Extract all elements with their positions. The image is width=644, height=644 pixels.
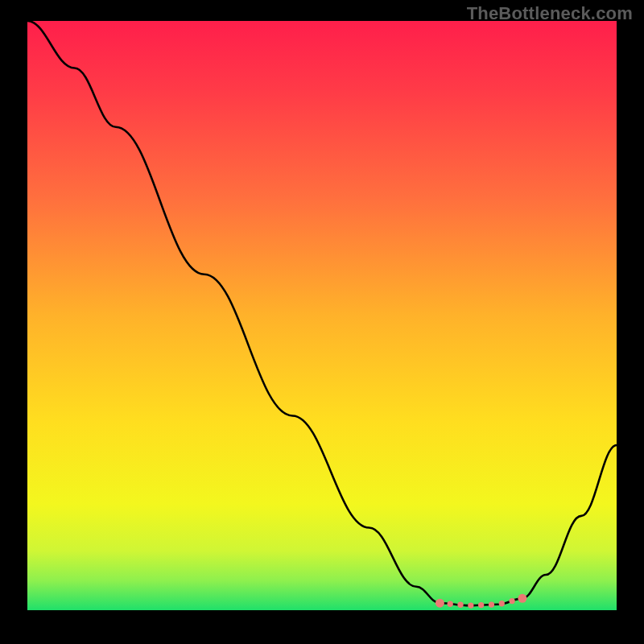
svg-point-2 — [448, 601, 453, 607]
curve-markers — [436, 594, 526, 609]
chart-frame: TheBottleneck.com — [0, 0, 644, 644]
svg-point-3 — [457, 602, 463, 608]
bottleneck-curve — [27, 21, 617, 610]
svg-point-8 — [509, 598, 514, 604]
curve-path — [27, 21, 617, 605]
svg-point-1 — [436, 599, 444, 608]
svg-point-5 — [478, 602, 484, 608]
svg-point-9 — [518, 594, 526, 603]
plot-area — [27, 21, 617, 621]
svg-point-4 — [468, 602, 473, 608]
svg-point-6 — [489, 601, 494, 607]
svg-point-7 — [499, 601, 505, 606]
